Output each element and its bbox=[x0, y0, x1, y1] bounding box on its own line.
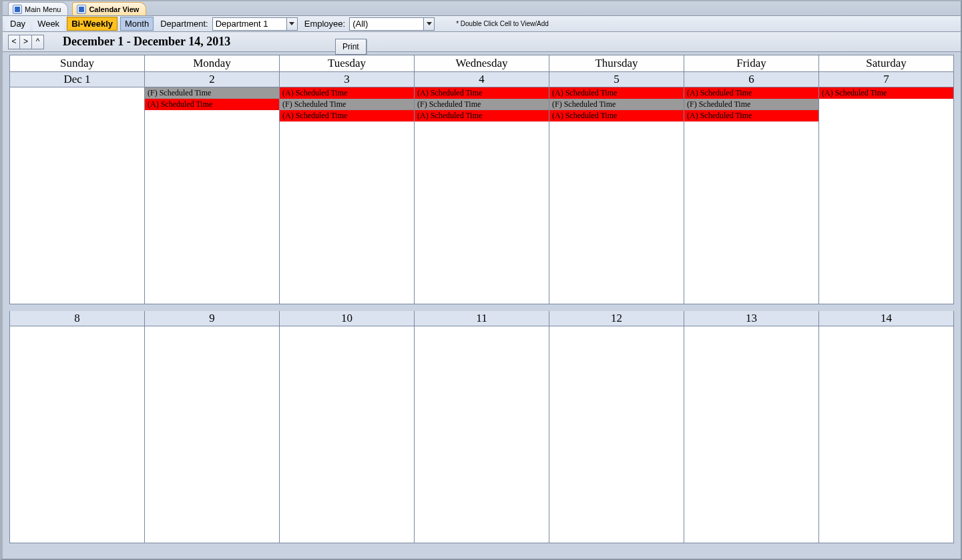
up-button[interactable]: ^ bbox=[32, 35, 44, 49]
department-label: Department: bbox=[156, 19, 210, 29]
nav-row: < > ^ December 1 - December 14, 2013 bbox=[3, 32, 961, 52]
employee-input[interactable] bbox=[350, 18, 423, 30]
calendar-event[interactable]: (A) Scheduled Time bbox=[280, 87, 414, 99]
date-cell: 12 bbox=[549, 311, 684, 326]
week-1-body: (F) Scheduled Time (A) Scheduled Time (A… bbox=[9, 87, 954, 304]
prev-button[interactable]: < bbox=[8, 35, 20, 49]
day-cell[interactable] bbox=[144, 326, 279, 543]
date-range-title: December 1 - December 14, 2013 bbox=[63, 35, 230, 49]
dow-wednesday: Wednesday bbox=[414, 55, 549, 72]
calendar-event[interactable]: (A) Scheduled Time bbox=[415, 110, 549, 121]
date-cell: 3 bbox=[279, 72, 414, 87]
tab-main-menu[interactable]: Main Menu bbox=[8, 2, 68, 15]
calendar-event[interactable]: (A) Scheduled Time bbox=[819, 87, 953, 99]
date-cell: 11 bbox=[414, 311, 549, 326]
calendar-event[interactable]: (A) Scheduled Time bbox=[415, 87, 549, 99]
dropdown-icon[interactable] bbox=[423, 18, 434, 30]
form-icon bbox=[77, 5, 86, 14]
day-cell[interactable]: (A) Scheduled Time (F) Scheduled Time (A… bbox=[414, 87, 549, 304]
date-cell: 9 bbox=[144, 311, 279, 326]
date-cell: 8 bbox=[9, 311, 144, 326]
week-1-dates: Dec 1 2 3 4 5 6 7 bbox=[9, 72, 954, 87]
hint-text: * Double Click Cell to View/Add bbox=[456, 20, 549, 27]
dow-thursday: Thursday bbox=[549, 55, 684, 72]
view-toolbar: Day Week Bi-Weekly Month Department: Emp… bbox=[3, 16, 961, 32]
dow-friday: Friday bbox=[684, 55, 818, 72]
dow-monday: Monday bbox=[144, 55, 279, 72]
view-month-button[interactable]: Month bbox=[120, 17, 154, 31]
date-cell: Dec 1 bbox=[9, 72, 144, 87]
calendar-event[interactable]: (A) Scheduled Time bbox=[280, 110, 414, 121]
date-cell: 2 bbox=[144, 72, 279, 87]
day-cell[interactable] bbox=[549, 326, 684, 543]
day-cell[interactable] bbox=[684, 326, 818, 543]
day-of-week-header: Sunday Monday Tuesday Wednesday Thursday… bbox=[9, 55, 954, 72]
date-cell: 7 bbox=[818, 72, 954, 87]
dow-saturday: Saturday bbox=[818, 55, 954, 72]
date-cell: 13 bbox=[684, 311, 818, 326]
view-week-button[interactable]: Week bbox=[33, 17, 64, 31]
employee-label: Employee: bbox=[300, 19, 346, 29]
department-combo[interactable] bbox=[212, 17, 298, 31]
calendar-event[interactable]: (A) Scheduled Time bbox=[684, 87, 818, 99]
day-cell[interactable] bbox=[279, 326, 414, 543]
tab-strip: Main Menu Calendar View bbox=[3, 1, 961, 16]
calendar-event[interactable]: (F) Scheduled Time bbox=[280, 99, 414, 110]
calendar-event[interactable]: (A) Scheduled Time bbox=[549, 110, 684, 121]
dow-sunday: Sunday bbox=[9, 55, 144, 72]
date-cell: 5 bbox=[549, 72, 684, 87]
dow-tuesday: Tuesday bbox=[279, 55, 414, 72]
date-cell: 14 bbox=[818, 311, 954, 326]
view-day-button[interactable]: Day bbox=[5, 17, 30, 31]
week-2-body bbox=[9, 326, 954, 543]
day-cell[interactable] bbox=[9, 326, 144, 543]
calendar-event[interactable]: (A) Scheduled Time bbox=[145, 99, 279, 110]
day-cell[interactable] bbox=[414, 326, 549, 543]
day-cell[interactable] bbox=[818, 326, 954, 543]
calendar: Sunday Monday Tuesday Wednesday Thursday… bbox=[9, 55, 954, 556]
date-cell: 6 bbox=[684, 72, 818, 87]
tab-label: Calendar View bbox=[89, 5, 139, 13]
calendar-event[interactable]: (F) Scheduled Time bbox=[549, 99, 684, 110]
view-biweekly-button[interactable]: Bi-Weekly bbox=[67, 17, 117, 31]
day-cell[interactable]: (F) Scheduled Time (A) Scheduled Time bbox=[144, 87, 279, 304]
day-cell[interactable]: (A) Scheduled Time (F) Scheduled Time (A… bbox=[279, 87, 414, 304]
day-cell[interactable]: (A) Scheduled Time (F) Scheduled Time (A… bbox=[549, 87, 684, 304]
day-cell[interactable] bbox=[9, 87, 144, 304]
next-button[interactable]: > bbox=[20, 35, 32, 49]
week-gap bbox=[9, 304, 954, 311]
day-cell[interactable]: (A) Scheduled Time (F) Scheduled Time (A… bbox=[684, 87, 818, 304]
date-cell: 10 bbox=[279, 311, 414, 326]
employee-combo[interactable] bbox=[349, 17, 435, 31]
nav-button-group: < > ^ bbox=[8, 35, 44, 49]
print-button[interactable]: Print bbox=[335, 39, 367, 55]
calendar-event[interactable]: (F) Scheduled Time bbox=[145, 87, 279, 99]
app-window: Main Menu Calendar View Day Week Bi-Week… bbox=[0, 0, 962, 560]
calendar-event[interactable]: (F) Scheduled Time bbox=[684, 99, 818, 110]
department-input[interactable] bbox=[213, 18, 286, 30]
calendar-event[interactable]: (A) Scheduled Time bbox=[684, 110, 818, 121]
week-2-dates: 8 9 10 11 12 13 14 bbox=[9, 311, 954, 326]
calendar-event[interactable]: (F) Scheduled Time bbox=[415, 99, 549, 110]
form-icon bbox=[13, 5, 22, 14]
dropdown-icon[interactable] bbox=[286, 18, 297, 30]
day-cell[interactable]: (A) Scheduled Time bbox=[818, 87, 954, 304]
tab-calendar-view[interactable]: Calendar View bbox=[72, 2, 146, 15]
tab-label: Main Menu bbox=[25, 5, 61, 13]
date-cell: 4 bbox=[414, 72, 549, 87]
calendar-event[interactable]: (A) Scheduled Time bbox=[549, 87, 684, 99]
